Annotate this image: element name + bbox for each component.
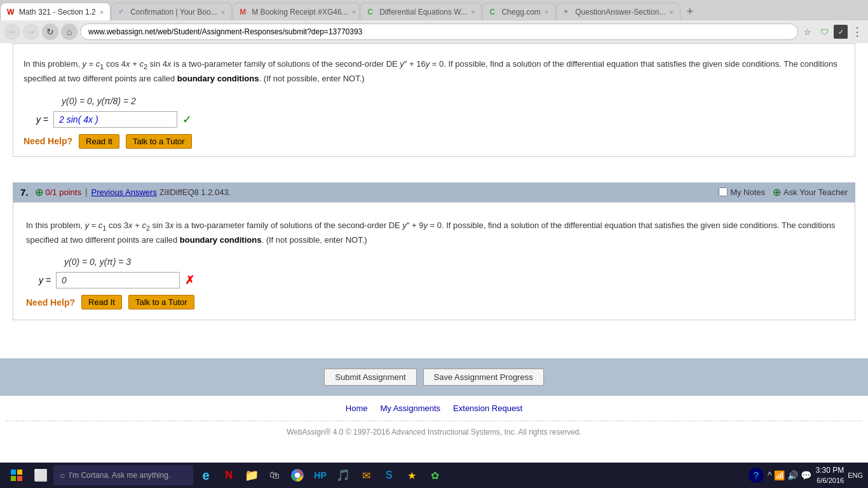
q7-my-notes-label[interactable]: My Notes	[730, 187, 765, 197]
chrome-icon	[290, 468, 304, 475]
tab-math321[interactable]: W Math 321 - Section 1.2 ×	[0, 3, 111, 20]
q7-number: 7.	[20, 187, 29, 198]
tab-title-4: Differential Equations W...	[379, 8, 467, 17]
bookmark-icon[interactable]: ☆	[801, 25, 815, 39]
q7-problem-intro: In this problem, y = c1 cos 3x + c2 sin …	[26, 213, 842, 252]
tab-favicon-1: W	[7, 8, 16, 17]
start-button[interactable]	[5, 464, 28, 475]
tab-diffeq[interactable]: C Differential Equations W... ×	[360, 3, 482, 20]
notification-icon[interactable]: 💬	[801, 470, 811, 475]
q7-separator: |	[85, 187, 88, 197]
tab-qa[interactable]: ✦ QuestionAnswer-Section... ×	[556, 3, 681, 20]
taskbar-edge-icon[interactable]: e	[196, 465, 216, 475]
q7-body: In this problem, y = c1 cos 3x + c2 sin …	[13, 202, 855, 321]
home-button[interactable]: ⌂	[61, 24, 78, 40]
home-link[interactable]: Home	[346, 403, 368, 413]
taskbar-app2-icon[interactable]: ✿	[424, 465, 445, 475]
action-bar: Submit Assignment Save Assignment Progre…	[0, 358, 868, 396]
q6-answer-row: y = ✓	[36, 111, 844, 128]
taskbar-app1-icon[interactable]: ★	[402, 465, 422, 475]
question-6-container: In this problem, y = c1 cos 4x + c2 sin …	[0, 43, 868, 182]
taskbar-hp-icon[interactable]: HP	[310, 465, 330, 475]
taskbar-chrome-icon[interactable]	[287, 465, 308, 475]
help-icon-taskbar[interactable]: ?	[749, 468, 764, 475]
taskbar-mail-icon[interactable]: ✉	[356, 465, 376, 475]
q7-ask-teacher-btn[interactable]: ⊕ Ask Your Teacher	[773, 186, 848, 198]
extension-request-link[interactable]: Extension Request	[453, 403, 522, 413]
q6-correct-indicator: ✓	[182, 112, 192, 126]
submit-assignment-button[interactable]: Submit Assignment	[324, 369, 416, 386]
cortana-search-bar[interactable]: ○ I'm Cortana. Ask me anything.	[53, 465, 193, 475]
q7-talk-tutor-button[interactable]: Talk to a Tutor	[128, 295, 194, 309]
taskbar: ⬜ ○ I'm Cortana. Ask me anything. e N 📁 …	[0, 463, 868, 475]
copyright-label: WebAssign® 4.0 © 1997-2016 Advanced Inst…	[287, 428, 581, 437]
q7-incorrect-indicator: ✗	[185, 273, 194, 287]
forward-button[interactable]: →	[23, 24, 39, 40]
tab-favicon-2: ✓	[118, 8, 127, 17]
copyright-text: WebAssign® 4.0 © 1997-2016 Advanced Inst…	[6, 421, 862, 443]
tab-favicon-4: C	[367, 8, 376, 17]
taskbar-store-icon[interactable]: 🛍	[264, 465, 285, 475]
save-progress-button[interactable]: Save Assignment Progress	[423, 369, 544, 386]
volume-icon[interactable]: 🔊	[787, 470, 798, 475]
address-bar-row: ← → ↻ ⌂ ☆ 🛡 ✓ ⋮	[0, 20, 868, 43]
tab-title-6: QuestionAnswer-Section...	[575, 8, 665, 17]
shield-icon[interactable]: 🛡	[817, 25, 831, 39]
q6-read-it-button[interactable]: Read It	[79, 134, 119, 149]
tab-bar: W Math 321 - Section 1.2 × ✓ Confirmatio…	[0, 0, 868, 20]
extension-icon[interactable]: ✓	[834, 25, 848, 39]
q6-intro-text: In this problem, y = c1 cos 4x + c2 sin …	[24, 59, 837, 83]
main-content: In this problem, y = c1 cos 4x + c2 sin …	[0, 43, 868, 475]
browser-window: W Math 321 - Section 1.2 × ✓ Confirmatio…	[0, 0, 868, 43]
tab-close-3[interactable]: ×	[352, 8, 356, 16]
lang-indicator: ENG	[848, 471, 863, 475]
q6-problem-intro: In this problem, y = c1 cos 4x + c2 sin …	[24, 51, 844, 91]
taskbar-media-icon[interactable]: 🎵	[333, 465, 353, 475]
q7-need-help-row: Need Help? Read It Talk to a Tutor	[26, 295, 842, 309]
tab-close-4[interactable]: ×	[471, 8, 475, 16]
q6-need-help-row: Need Help? Read It Talk to a Tutor	[24, 134, 844, 149]
taskbar-right: ? ^ 📶 🔊 💬 3:30 PM 6/6/2016 ENG	[749, 465, 863, 475]
q7-read-it-button[interactable]: Read It	[81, 295, 122, 309]
tab-confirmation[interactable]: ✓ Confirmation | Your Boo... ×	[111, 3, 232, 20]
taskbar-netflix-icon[interactable]: N	[219, 465, 239, 475]
q7-answer-input[interactable]	[56, 272, 180, 288]
q7-section-right: My Notes ⊕ Ask Your Teacher	[719, 186, 848, 198]
tab-chegg[interactable]: C Chegg.com ×	[482, 3, 555, 20]
q6-condition: y(0) = 0, y(π/8) = 2	[62, 96, 844, 106]
new-tab-button[interactable]: +	[681, 3, 699, 20]
q7-previous-answers-link[interactable]: Previous Answers	[92, 187, 157, 197]
menu-icon[interactable]: ⋮	[850, 25, 864, 39]
taskbar-file-icon[interactable]: 📁	[241, 465, 262, 475]
tab-booking[interactable]: M M Booking Receipt #XG46... ×	[233, 3, 360, 20]
q6-section: In this problem, y = c1 cos 4x + c2 sin …	[13, 43, 855, 157]
tab-close-1[interactable]: ×	[100, 8, 104, 16]
tab-close-6[interactable]: ×	[669, 8, 673, 16]
tab-title-5: Chegg.com	[501, 8, 540, 17]
chevron-up-icon[interactable]: ^	[768, 470, 772, 475]
question-7-container: 7. ⊕ 0/1 points | Previous Answers ZillD…	[0, 182, 868, 346]
tab-title-1: Math 321 - Section 1.2	[19, 8, 96, 17]
tab-close-2[interactable]: ×	[221, 8, 225, 16]
q7-y-label: y =	[39, 275, 51, 285]
my-assignments-link[interactable]: My Assignments	[380, 403, 440, 413]
q7-condition: y(0) = 0, y(π) = 3	[64, 257, 842, 267]
q6-answer-input[interactable]	[53, 111, 177, 128]
back-button[interactable]: ←	[4, 24, 20, 40]
q6-talk-tutor-button[interactable]: Talk to a Tutor	[126, 134, 192, 149]
wifi-icon[interactable]: 📶	[774, 470, 785, 475]
taskbar-skype-icon[interactable]: S	[379, 465, 399, 475]
q7-ask-teacher-label: Ask Your Teacher	[783, 187, 848, 197]
tab-favicon-6: ✦	[563, 8, 572, 17]
q7-notes-checkbox[interactable]	[719, 187, 728, 196]
refresh-button[interactable]: ↻	[42, 24, 58, 40]
taskview-button[interactable]: ⬜	[31, 465, 51, 475]
q7-ref-code: ZillDiffEQ8 1.2.043.	[159, 187, 231, 197]
tab-close-5[interactable]: ×	[545, 8, 548, 16]
windows-icon	[10, 469, 23, 475]
address-input[interactable]	[80, 24, 798, 40]
q7-intro-text: In this problem, y = c1 cos 3x + c2 sin …	[26, 220, 836, 245]
q6-need-help-label: Need Help?	[24, 136, 72, 146]
taskbar-clock[interactable]: 3:30 PM 6/6/2016	[815, 465, 844, 475]
tab-favicon-3: M	[240, 8, 248, 17]
